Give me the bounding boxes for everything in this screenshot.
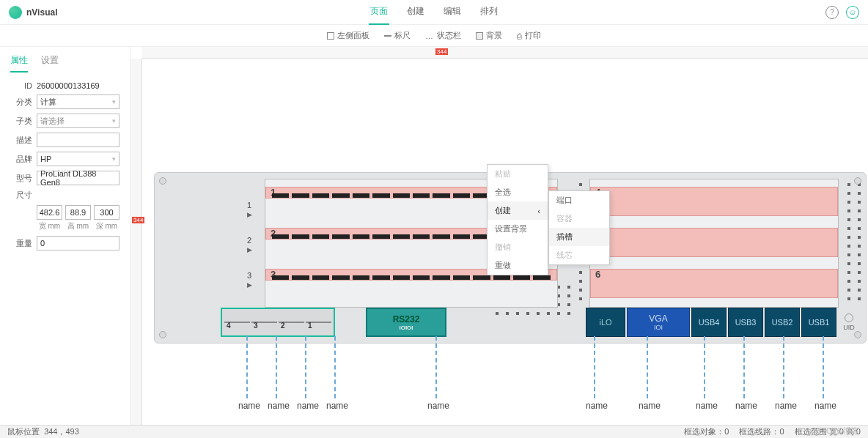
- eth-port: 2: [279, 322, 304, 323]
- logo-icon: [9, 6, 22, 19]
- slot-num: 2: [247, 236, 251, 245]
- leader-label[interactable]: name: [264, 401, 293, 411]
- help-icon[interactable]: ?: [825, 6, 839, 19]
- leader-label[interactable]: name: [293, 401, 323, 411]
- context-menu[interactable]: 粘贴 全选 创建‹ 设置背景 撤销 重做: [487, 164, 548, 275]
- leader-label[interactable]: name: [811, 401, 840, 411]
- leader-label[interactable]: name: [771, 401, 801, 411]
- ctx-undo[interactable]: 撤销: [488, 238, 548, 256]
- usb-port[interactable]: USB2: [765, 308, 800, 337]
- ilo-port[interactable]: iLO: [586, 308, 625, 337]
- ethernet-group[interactable]: 4 3 2 1: [221, 308, 335, 337]
- prop-weight-input[interactable]: 0: [37, 236, 119, 250]
- tab-create[interactable]: 创建: [405, 0, 426, 25]
- ctx-redo[interactable]: 重做: [488, 256, 548, 275]
- leader-label[interactable]: name: [732, 401, 761, 411]
- watermark: @51CTO博客: [809, 426, 859, 437]
- sel-obj: 框选对象：0: [684, 426, 729, 437]
- app-name: nVisual: [26, 7, 57, 18]
- leader-label[interactable]: name: [582, 401, 611, 411]
- vga-port[interactable]: VGAIOI: [627, 308, 690, 337]
- prop-weight-label: 重量: [10, 238, 32, 249]
- tool-background[interactable]: 背景: [476, 30, 502, 41]
- tool-statusbar[interactable]: …状态栏: [425, 30, 461, 41]
- size-w-unit: 宽 mm: [37, 221, 62, 231]
- prop-id-value: 26000000133169: [37, 81, 100, 90]
- prop-desc-label: 描述: [10, 135, 32, 146]
- ctx-set-bg[interactable]: 设置背景: [488, 220, 548, 238]
- side-panel: 属性 设置 ID26000000133169 分类计算▾ 子类请选择▾ 描述 品…: [0, 47, 130, 425]
- leader-label[interactable]: name: [635, 401, 664, 411]
- leader-label[interactable]: name: [424, 401, 453, 411]
- tab-arrange[interactable]: 排列: [479, 0, 499, 25]
- size-h-unit: 高 mm: [65, 221, 91, 231]
- usb-port[interactable]: USB4: [691, 308, 727, 337]
- rs232-port[interactable]: RS232IOIOI: [366, 308, 446, 337]
- prop-desc-input[interactable]: [37, 133, 119, 147]
- tool-print[interactable]: ⎙打印: [517, 30, 541, 41]
- leader-label[interactable]: name: [235, 401, 264, 411]
- prop-model-input[interactable]: ProLiant DL388 Gen8: [37, 171, 119, 185]
- ruler-marker-h: 344: [435, 48, 448, 55]
- prop-sub-label: 子类: [10, 116, 32, 127]
- ctx-create[interactable]: 创建‹: [488, 201, 548, 220]
- ctx-sub-container[interactable]: 容器: [549, 209, 609, 228]
- leader-label[interactable]: name: [692, 401, 721, 411]
- ctx-sub-core[interactable]: 线芯: [549, 246, 609, 264]
- prop-size-label: 尺寸: [10, 190, 32, 201]
- ruler-horizontal: 344: [142, 47, 868, 59]
- tab-page[interactable]: 页面: [369, 0, 389, 25]
- prop-category-select[interactable]: 计算▾: [37, 94, 119, 109]
- ctx-sub-slot[interactable]: 插槽: [549, 228, 609, 246]
- size-d-unit: 深 mm: [94, 221, 119, 231]
- prop-id-label: ID: [10, 81, 32, 90]
- size-w-input[interactable]: 482.6: [37, 205, 62, 220]
- usb-port[interactable]: USB3: [728, 308, 763, 337]
- eth-port: 3: [251, 322, 277, 323]
- ctx-select-all[interactable]: 全选: [488, 183, 548, 201]
- pci-zone-right: 4 5 6: [589, 179, 839, 308]
- prop-sub-select[interactable]: 请选择▾: [37, 114, 119, 128]
- eth-port: 1: [306, 322, 331, 323]
- cursor-pos: 344，493: [44, 426, 79, 437]
- ctx-paste[interactable]: 粘贴: [488, 165, 548, 183]
- eth-port: 4: [224, 322, 250, 323]
- size-h-input[interactable]: 88.9: [65, 205, 91, 220]
- ruler-vertical: 344: [130, 59, 142, 425]
- vent-hex-icon: [844, 180, 863, 305]
- sel-line: 框选线路：0: [739, 426, 784, 437]
- leader-label[interactable]: name: [323, 401, 352, 411]
- app-logo: nVisual: [9, 6, 57, 19]
- slot-num: 3: [247, 271, 251, 280]
- cursor-label: 鼠标位置: [7, 426, 40, 437]
- pci-num: 6: [595, 269, 600, 280]
- tab-edit[interactable]: 编辑: [442, 0, 463, 25]
- user-icon[interactable]: ☺: [846, 6, 859, 19]
- prop-category-label: 分类: [10, 97, 32, 108]
- prop-brand-label: 品牌: [10, 154, 32, 165]
- size-d-input[interactable]: 300: [94, 205, 119, 220]
- ctx-sub-port[interactable]: 端口: [549, 191, 609, 209]
- usb-port[interactable]: USB1: [801, 308, 836, 337]
- prop-model-label: 型号: [10, 173, 32, 184]
- status-bar: 鼠标位置 344，493 框选对象：0 框选线路：0 框选范围 宽:0 高:0: [0, 425, 868, 438]
- side-tab-props[interactable]: 属性: [10, 54, 28, 73]
- tool-ruler[interactable]: 标尺: [384, 30, 411, 41]
- tool-left-panel[interactable]: 左侧面板: [327, 30, 369, 41]
- side-tab-settings[interactable]: 设置: [41, 54, 59, 73]
- slot-num: 1: [247, 201, 251, 209]
- canvas-area[interactable]: 344 344 1 2 3 1▶ 2▶ 3▶ 4 5: [130, 47, 868, 425]
- context-submenu[interactable]: 端口 容器 插槽 线芯: [548, 190, 610, 265]
- prop-brand-select[interactable]: HP▾: [37, 152, 119, 166]
